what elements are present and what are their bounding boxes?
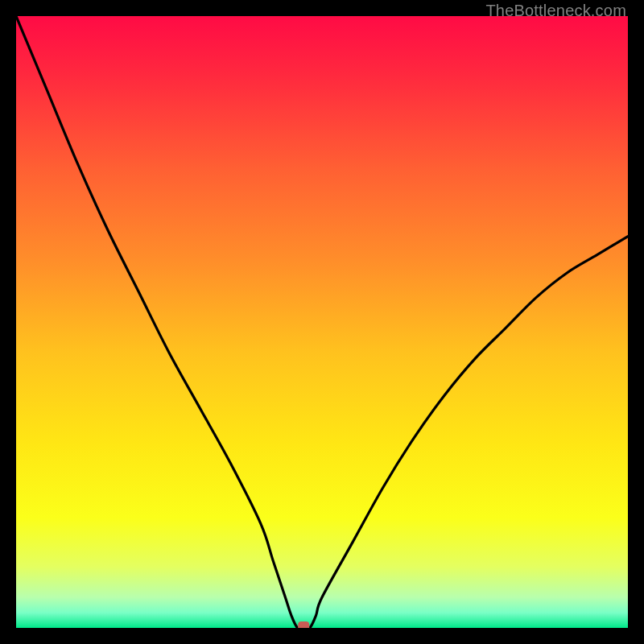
chart-frame: TheBottleneck.com: [0, 0, 644, 644]
optimum-marker: [298, 621, 309, 628]
chart-svg: [16, 16, 628, 628]
plot-area: [16, 16, 628, 628]
gradient-background: [16, 16, 628, 628]
